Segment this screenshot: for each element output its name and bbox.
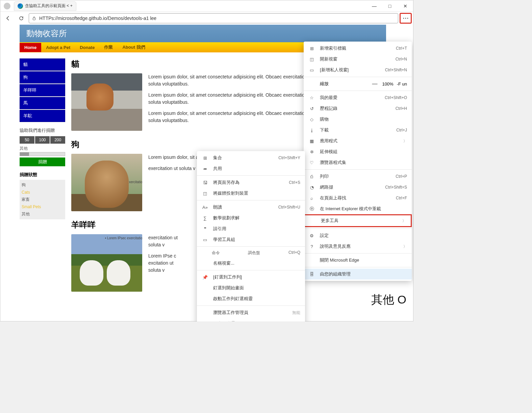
capture-icon: ◔ [308,185,315,190]
chevron-right-icon: 〉 [402,218,406,223]
sidebar-cat-4[interactable]: 羊駝 [20,110,65,122]
quote-icon: ❞ [202,226,208,232]
minimize-button[interactable]: — [366,0,382,12]
settings-and-more-button[interactable] [400,13,412,24]
menu-new-window[interactable]: ◫開新視窗Ctrl+N [304,54,412,65]
menu-find[interactable]: ⌕在頁面上尋找Ctrl+F [304,193,412,203]
menu-shopping[interactable]: ◇購物 [304,114,412,125]
browser-tab[interactable]: 含協助工具的示範頁面 < + [14,1,76,11]
menu-ie-mode[interactable]: ⓔ在 Internet Explorer 模式中重載 [304,203,412,214]
menu-close-edge[interactable]: 關閉 Microsoft Edge [304,255,412,266]
share-icon: ➦ [202,166,208,171]
donate-other-input[interactable] [20,152,65,156]
ie-icon: ⓔ [308,206,315,212]
close-button[interactable]: ✕ [398,0,413,12]
submenu-heading: 命令調色盤Ctrl+Q [197,248,305,258]
read-icon: A» [202,205,208,210]
nav-about[interactable]: About 我們 [118,42,150,52]
nav-adopt[interactable]: Adopt a Pet [41,43,75,52]
nav-home[interactable]: Home [20,43,41,52]
heart-icon: ♡ [308,160,315,165]
edge-main-menu: ⊞新增索引標籤Ctrl+T ◫開新視窗Ctrl+N ▭[新增私人視窗]Ctrl+… [304,42,412,281]
menu-apps[interactable]: ▦應用程式〉 [304,136,412,146]
donate-amount-2[interactable]: 200 [50,136,65,144]
gear-icon: ⚙ [308,233,315,238]
menu-inprivate[interactable]: ▭[新增私人視窗]Ctrl+Shift+N [304,65,412,75]
submenu-read-aloud[interactable]: A»朗讀Ctrl+Shift+U [197,202,305,213]
nav-tasks[interactable]: 作業 [99,42,118,52]
menu-browser-essentials[interactable]: ♡瀏覽器程式集 [304,157,412,168]
status-list: 狗 Cats 家畜 Small Pets 其他 [20,180,65,219]
star-icon: ☆ [308,95,315,100]
menu-history[interactable]: ↺歷程記錄Ctrl+H [304,103,412,114]
page-banner: 動物收容所 [20,25,386,42]
submenu-learning[interactable]: ▭學習工具組 [197,234,305,245]
tab-title: 含協助工具的示範頁面 < + [25,3,73,9]
sidebar-cat-0[interactable]: 貓 [20,58,65,71]
chevron-right-icon: 〉 [403,244,407,249]
svg-point-3 [407,18,408,19]
refresh-button[interactable] [15,13,27,24]
briefcase-icon: 🗄 [308,272,315,277]
article-para: Lorem IPse c excitation ut soluta v [148,252,179,274]
submenu-task-manager[interactable]: 瀏覽器工作管理員無能 [197,307,305,318]
menu-zoom: 縮放—100%-F un [304,78,412,89]
submenu-name-window[interactable]: 名稱視窗... [197,258,305,269]
submenu-save-as[interactable]: 🖫將頁面另存為Ctrl+S [197,177,305,188]
submenu-pin-taskbar[interactable]: 📌[釘選到工作列] [197,272,305,283]
menu-downloads[interactable]: ⭳下載Ctrl+J [304,125,412,136]
history-icon: ↺ [308,106,315,111]
donate-amount-1[interactable]: 100 [35,136,50,144]
menu-help[interactable]: ?說明及意見反應〉 [304,241,412,252]
image-caption: • Lorem IPsec exercitation [105,236,142,240]
tab-icon: ⊞ [308,46,315,51]
nav-donate[interactable]: Donate [75,43,99,52]
menu-settings[interactable]: ⚙設定 [304,230,412,241]
submenu-share[interactable]: ➦共用 [197,163,305,174]
svg-point-1 [403,18,404,19]
fullscreen-button[interactable]: -F un [397,81,407,87]
sidebar-cat-2[interactable]: 羊咩咩 [20,84,65,96]
submenu-launch-pin-wizard[interactable]: 啟動工作列釘選精靈 [197,293,305,304]
submenu-internet-options[interactable]: 網際網路選項 [197,318,305,321]
status-heading: 捐贈狀態 [20,172,65,178]
donate-amount-0[interactable]: 50 [20,136,34,144]
maximize-button[interactable]: □ [382,0,398,12]
sidebar-cat-1[interactable]: 狗 [20,71,65,83]
submenu-cite[interactable]: ❞請引用 [197,223,305,234]
donate-submit-button[interactable]: 捐贈 [20,157,65,166]
menu-new-tab[interactable]: ⊞新增索引標籤Ctrl+T [304,43,412,54]
status-item: Cats [22,189,63,196]
print-icon: ⎙ [308,174,315,179]
tag-icon: ◇ [308,117,315,122]
cast-icon: ◫ [202,191,208,196]
submenu-collections[interactable]: ⊞集合Ctrl+Shift+Y [197,152,305,163]
menu-extensions[interactable]: ✲延伸模組 [304,146,412,157]
menu-print[interactable]: ⎙列印Ctrl+P [304,171,412,182]
profile-avatar[interactable] [4,3,10,9]
more-tools-submenu: ⊞集合Ctrl+Shift+Y ➦共用 🖫將頁面另存為Ctrl+S ◫將媒體投射… [197,151,305,321]
address-bar[interactable]: HTTPs://microsoftedge.github.io/Demos/de… [29,13,398,23]
cat-image [71,73,142,131]
search-icon: ⌕ [308,196,315,201]
submenu-cast[interactable]: ◫將媒體投射到裝置 [197,188,305,199]
menu-web-capture[interactable]: ◔網路擷Ctrl+Shift+S [304,182,412,193]
chevron-right-icon: 〉 [403,139,407,144]
menu-favorites[interactable]: ☆我的最愛Ctrl+Shift+O [304,92,412,103]
window-icon: ◫ [308,57,315,62]
download-icon: ⭳ [308,128,315,133]
submenu-math[interactable]: ∑數學規劃求解 [197,213,305,223]
dog-image: Lorem IPsec exercitation [71,154,142,211]
puzzle-icon: ✲ [308,149,315,154]
save-icon: 🖫 [202,180,208,185]
book-icon: ▭ [202,237,208,242]
menu-managed-by-org[interactable]: 🗄由您的組織管理 [304,269,412,280]
sidebar-cat-3[interactable]: 馬 [20,97,65,109]
url-text: HTTPs://microsoftedge.github.io/Demos/de… [39,16,156,21]
back-button[interactable] [2,13,14,24]
zoom-out-button[interactable]: — [371,81,379,87]
menu-more-tools[interactable]: 更多工具〉 [304,214,412,227]
collection-icon: ⊞ [202,155,208,161]
submenu-pin-start[interactable]: 釘選到開始畫面 [197,283,305,293]
status-item: Small Pets [22,203,63,210]
